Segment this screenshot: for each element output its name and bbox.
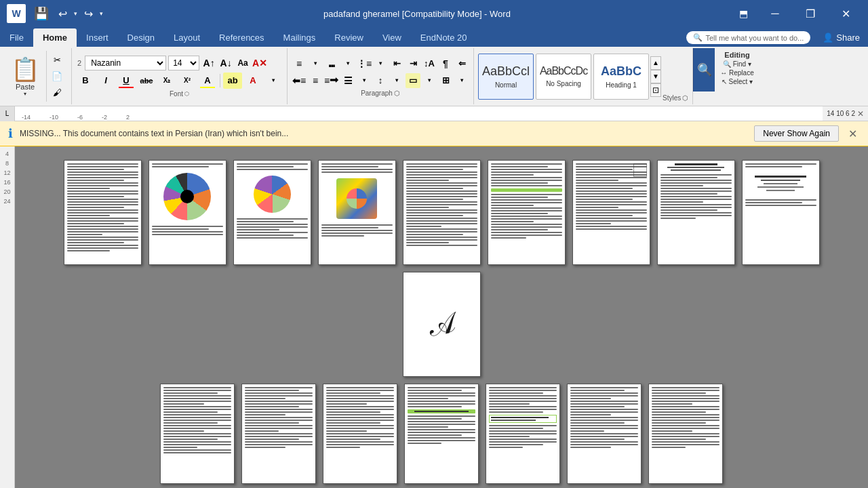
page-4[interactable] (318, 160, 396, 265)
paste-button[interactable]: 📋 Paste ▾ (4, 51, 47, 102)
page-12[interactable] (241, 384, 316, 484)
ruler-corner[interactable]: L (0, 106, 15, 121)
share-button[interactable]: 👤 Share (814, 28, 868, 47)
page-1[interactable] (64, 160, 142, 265)
para-label-text: Paragraph (361, 89, 393, 97)
decrease-font-button[interactable]: A↓ (218, 56, 233, 70)
format-painter-button[interactable]: 🖌 (50, 85, 64, 100)
styles-expand[interactable]: ⊡ (650, 83, 661, 97)
styles-scroll-up[interactable]: ▲ (650, 56, 661, 70)
superscript-button[interactable]: X² (178, 73, 197, 89)
style-heading1[interactable]: AaBbC Heading 1 (593, 54, 649, 100)
font-color-2-button[interactable]: A (243, 73, 262, 89)
strikethrough-button[interactable]: abc (137, 73, 156, 89)
page-9[interactable] (742, 160, 820, 265)
align-dropdown[interactable]: ▾ (357, 73, 372, 88)
restore-button[interactable]: ❐ (795, 0, 826, 27)
borders-dropdown[interactable]: ▾ (454, 73, 469, 88)
tab-view[interactable]: View (373, 28, 411, 47)
page-11[interactable] (160, 384, 235, 484)
paragraph-group-label[interactable]: Paragraph ⬡ (361, 89, 400, 97)
replace-button[interactable]: ↔ Replace (720, 69, 753, 77)
page-17[interactable] (648, 384, 723, 484)
underline-button[interactable]: U (117, 73, 136, 89)
redo-button[interactable]: ↪ (83, 6, 94, 22)
page-5[interactable] (403, 160, 481, 265)
tab-layout[interactable]: Layout (164, 28, 210, 47)
page-14[interactable] (404, 384, 479, 484)
page-13[interactable] (323, 384, 397, 484)
tab-references[interactable]: References (210, 28, 273, 47)
select-button[interactable]: ↖ Select ▾ (722, 78, 753, 85)
decrease-indent-button[interactable]: ⇤ (389, 56, 404, 71)
show-formatting-button[interactable]: ¶ (438, 56, 453, 71)
tab-insert[interactable]: Insert (77, 28, 118, 47)
shading-button[interactable]: ▭ (406, 73, 420, 88)
page-8[interactable] (657, 160, 735, 265)
minimize-button[interactable]: ─ (760, 0, 791, 27)
zoom-close-icon[interactable]: ✕ (857, 109, 864, 119)
page-3[interactable] (233, 160, 311, 265)
page-15[interactable] (486, 384, 560, 484)
increase-indent-button[interactable]: ⇥ (406, 56, 420, 71)
style-no-spacing[interactable]: AaBbCcDc No Spacing (536, 54, 591, 100)
restore-down-icon[interactable]: ⬒ (731, 4, 755, 23)
find-button[interactable]: 🔍 Find ▾ (723, 60, 751, 68)
italic-button[interactable]: I (96, 73, 115, 89)
align-left-button[interactable]: ⬅≡ (292, 73, 307, 88)
multilevel-list-button[interactable]: ⋮≡ (357, 56, 372, 71)
bullet-dropdown[interactable]: ▾ (308, 56, 323, 71)
line-spacing-dropdown[interactable]: ▾ (389, 73, 404, 88)
justify-button[interactable]: ☰ (340, 73, 355, 88)
notification-close-button[interactable]: ✕ (846, 127, 860, 140)
font-name-select[interactable]: Nazanin (85, 56, 166, 70)
undo-button[interactable]: ↩ (57, 6, 68, 22)
page-6[interactable] (488, 160, 566, 265)
numbered-dropdown[interactable]: ▾ (340, 56, 355, 71)
clear-formatting-button[interactable]: A✕ (252, 56, 267, 70)
page-16[interactable] (567, 384, 642, 484)
tell-me-input[interactable]: 🔍 Tell me what you want to do... (686, 31, 810, 44)
copy-button[interactable]: 📄 (50, 69, 64, 84)
numbered-list-button[interactable]: ⑉ (324, 56, 339, 71)
align-center-button[interactable]: ≡ (308, 73, 323, 88)
page-2[interactable] (149, 160, 226, 265)
bold-button[interactable]: B (76, 73, 95, 89)
font-size-select[interactable]: 14 (168, 56, 199, 70)
save-button[interactable]: 💾 (31, 5, 52, 22)
text-highlight-button[interactable]: ab (223, 73, 242, 89)
sort-button[interactable]: ↕A (422, 56, 437, 71)
shading-dropdown[interactable]: ▾ (422, 73, 437, 88)
paste-dropdown[interactable]: ▾ (24, 91, 26, 97)
close-button[interactable]: ✕ (830, 0, 861, 27)
tab-design[interactable]: Design (118, 28, 164, 47)
bullet-list-button[interactable]: ≡ (292, 56, 307, 71)
undo-dropdown[interactable]: ▾ (74, 10, 77, 17)
page-7[interactable] (572, 160, 650, 265)
rtl-button[interactable]: ⇐ (454, 56, 469, 71)
font-group-label[interactable]: Font ⬡ (170, 90, 189, 98)
line-spacing-button[interactable]: ↕ (373, 73, 388, 88)
cut-button[interactable]: ✂ (50, 53, 64, 68)
multilevel-dropdown[interactable]: ▾ (373, 56, 388, 71)
change-case-button[interactable]: Aa (235, 56, 250, 70)
font-color-button[interactable]: A (198, 73, 217, 89)
page-10[interactable]: 𝒜 (403, 272, 481, 377)
styles-group-label[interactable]: Styles ⬡ (663, 94, 688, 102)
tab-mailings[interactable]: Mailings (274, 28, 326, 47)
styles-scroll: ▲ ▼ ⊡ (650, 56, 661, 97)
styles-scroll-down[interactable]: ▼ (650, 70, 661, 83)
tab-endnote[interactable]: EndNote 20 (411, 28, 477, 47)
font-color-2-dropdown[interactable]: ▾ (264, 73, 283, 89)
word-icon[interactable]: W (7, 4, 26, 23)
style-normal[interactable]: AaBbCcl Normal (478, 54, 534, 100)
never-show-again-button[interactable]: Never Show Again (754, 125, 839, 142)
increase-font-button[interactable]: A↑ (201, 56, 216, 70)
align-right-button[interactable]: ≡⮕ (324, 73, 339, 88)
tab-file[interactable]: File (0, 28, 33, 47)
subscript-button[interactable]: X₂ (157, 73, 176, 89)
search-button[interactable]: 🔍 (693, 48, 715, 92)
tab-review[interactable]: Review (325, 28, 373, 47)
tab-home[interactable]: Home (33, 28, 77, 47)
borders-button[interactable]: ⊞ (438, 73, 453, 88)
